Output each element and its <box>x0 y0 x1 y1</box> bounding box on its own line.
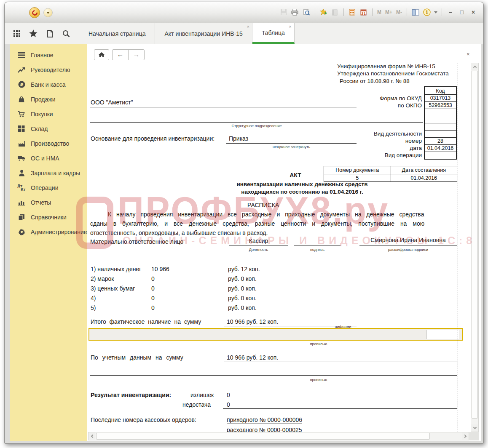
position-underline <box>229 238 288 245</box>
svg-text:Кт: Кт <box>21 188 26 191</box>
all-functions-grid-icon[interactable] <box>12 29 21 38</box>
cash-item-value: 0 <box>151 304 155 311</box>
menu-icon <box>17 51 26 59</box>
selected-cell-row[interactable] <box>88 328 463 341</box>
main-menu-dropdown-button[interactable] <box>43 8 53 17</box>
accounting-label: По учетным данным на сумму <box>91 354 183 361</box>
cash-item-label: 2) марок <box>91 275 114 282</box>
doc-number-header: Номер документа <box>324 166 391 174</box>
memory-plus-button[interactable]: M+ <box>385 9 393 15</box>
code-cell-date: 01.04.2016 <box>425 144 456 152</box>
sidebar-item-reports[interactable]: Отчеты <box>10 195 87 210</box>
calculator-icon[interactable] <box>348 8 357 16</box>
chevron-down-icon <box>46 12 50 14</box>
home-button[interactable] <box>94 49 109 60</box>
code-table: Код 0317013 52962553 28 01.04.2016 <box>424 86 457 160</box>
chevron-up-icon <box>473 66 476 69</box>
search-icon[interactable] <box>62 29 71 38</box>
structural-unit-caption: Структурное подразделение <box>90 124 423 128</box>
horizontal-scrollbar[interactable] <box>88 432 469 440</box>
chevron-down-icon <box>473 426 476 429</box>
tab-label: Таблица <box>262 29 285 36</box>
save-icon[interactable] <box>279 8 288 16</box>
vertical-scrollbar[interactable] <box>471 63 479 432</box>
app-logo-button[interactable] <box>29 7 40 18</box>
horizontal-scroll-thumb[interactable] <box>96 433 430 440</box>
scroll-left-button[interactable] <box>88 432 95 440</box>
svg-text:31: 31 <box>361 12 366 16</box>
maximize-button[interactable]: □ <box>458 8 466 16</box>
add-favorite-icon[interactable] <box>319 8 328 16</box>
organization-underline <box>90 100 357 107</box>
forward-button[interactable]: → <box>128 49 145 60</box>
structural-unit-line <box>90 115 423 123</box>
truck-icon <box>17 154 26 163</box>
print-icon[interactable] <box>291 8 299 16</box>
tab-inventory-act[interactable]: Акт инвентаризации ИНВ-15 × <box>155 23 252 44</box>
cash-item-units: руб. 0 коп. <box>228 295 257 301</box>
info-icon[interactable]: i <box>423 8 431 16</box>
sidebar-item-production[interactable]: Производство <box>10 136 87 151</box>
selected-sub-cell[interactable] <box>426 330 459 339</box>
position-caption: Должность <box>229 248 288 252</box>
scrollbar-corner <box>469 432 479 440</box>
sidebar-item-purchases[interactable]: Покупки <box>10 107 87 121</box>
close-document-icon[interactable]: × <box>467 51 470 57</box>
print-preview-icon[interactable] <box>302 8 311 16</box>
chevron-left-icon <box>91 435 94 438</box>
memory-recall-button[interactable]: M <box>377 9 382 15</box>
sidebar-item-directories[interactable]: Справочники <box>10 210 87 224</box>
sidebar-item-administration[interactable]: Администрирование <box>10 224 87 239</box>
cash-item-units: руб. 0 коп. <box>228 285 257 292</box>
words-caption: прописью <box>224 342 413 346</box>
act-title: АКТ <box>274 172 316 179</box>
memory-minus-button[interactable]: M- <box>396 9 402 15</box>
receipt-line: К началу проведения инвентаризации все р… <box>90 211 424 218</box>
toolbar-separator <box>442 8 442 16</box>
factory-icon <box>17 139 26 148</box>
sidebar-item-sales[interactable]: Продажи <box>10 92 87 107</box>
surplus-label: излишек <box>190 392 214 398</box>
words-caption: прописью <box>224 378 413 382</box>
responsible-label: Материально ответственное лицо <box>90 238 183 245</box>
scroll-down-button[interactable] <box>471 424 478 432</box>
books-icon <box>17 213 26 221</box>
incoming-order-value: приходного № 0000-000006 <box>227 416 302 424</box>
tab-close-icon[interactable]: × <box>289 24 291 29</box>
accounting-underline <box>224 355 457 362</box>
sidebar-item-warehouse[interactable]: Склад <box>10 121 87 136</box>
sidebar-item-manager[interactable]: Руководителю <box>10 62 87 77</box>
shortage-underline <box>223 402 457 409</box>
doc-number-value: 5 <box>324 174 391 181</box>
favorites-star-icon[interactable] <box>29 29 38 38</box>
tab-home[interactable]: Начальная страница <box>79 23 155 44</box>
calendar-icon[interactable]: 31 <box>359 8 368 16</box>
minimize-button[interactable]: – <box>446 8 455 16</box>
basis-caption: ненужное зачеркнуть <box>226 145 357 149</box>
tab-close-icon[interactable]: × <box>247 24 249 29</box>
split-window-icon[interactable] <box>411 8 420 16</box>
ruble-icon: ₽ <box>17 80 26 89</box>
sidebar-item-fixed-assets[interactable]: ОС и НМА <box>10 151 87 165</box>
sidebar: Главное Руководителю ₽ Банк и касса Прод… <box>10 44 87 441</box>
code-cell <box>425 109 456 116</box>
scroll-right-button[interactable] <box>462 432 469 440</box>
sidebar-item-main[interactable]: Главное <box>10 48 87 62</box>
tab-table[interactable]: Таблица × <box>252 23 295 44</box>
scroll-up-button[interactable] <box>471 63 478 70</box>
operation-label: Вид операции <box>338 152 422 158</box>
dtkt-icon: ДтКт <box>17 184 26 192</box>
sidebar-item-payroll-hr[interactable]: Зарплата и кадры <box>10 165 87 180</box>
info-dropdown-icon[interactable] <box>434 11 437 13</box>
sidebar-item-operations[interactable]: ДтКт Операции <box>10 180 87 195</box>
back-button[interactable]: ← <box>112 49 129 60</box>
history-icon[interactable] <box>45 29 54 38</box>
form-header-line: России от 18.08.98 г. № 88 <box>340 78 410 84</box>
vertical-scroll-thumb[interactable] <box>472 71 478 419</box>
doc-number-table: Номер документа Дата составления 5 01.04… <box>324 166 457 182</box>
cash-item-units: руб. 0 коп. <box>228 304 257 311</box>
sidebar-item-bank-cash[interactable]: ₽ Банк и касса <box>10 77 87 92</box>
1c-logo-icon <box>31 9 38 16</box>
close-button[interactable]: × <box>469 8 477 16</box>
favorites-book-icon[interactable] <box>331 8 339 16</box>
